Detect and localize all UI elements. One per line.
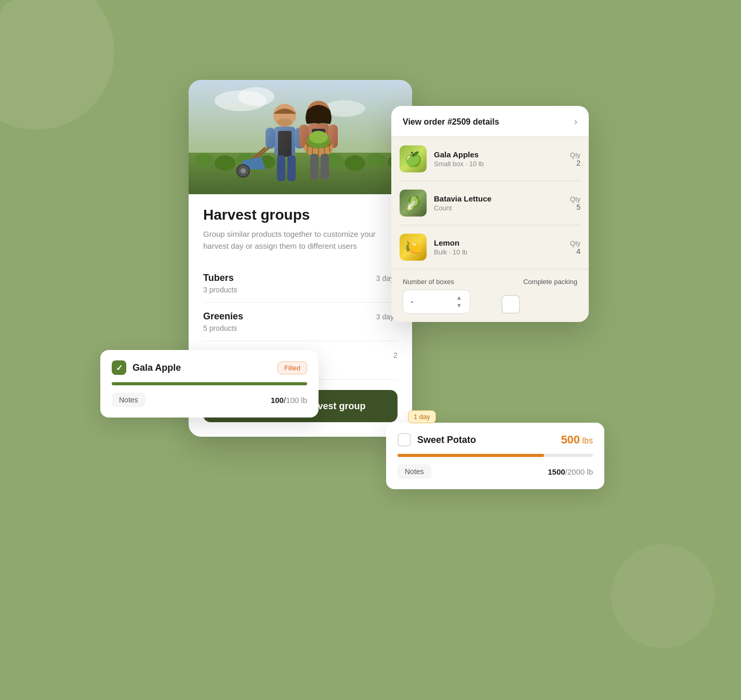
order-items-list: 🍏 Gala Apples Small box · 10 lb Qty 2 🥬 … — [391, 137, 589, 269]
svg-point-38 — [309, 131, 328, 143]
sp-qty-unit: lbs — [583, 436, 593, 445]
harvest-group-tubers[interactable]: Tubers 3 days 3 products — [203, 264, 398, 303]
sweet-potato-name: Sweet Potato — [417, 435, 554, 446]
boxes-value: - — [411, 297, 413, 306]
gala-checkbox[interactable]: ✓ — [112, 360, 126, 375]
svg-point-11 — [366, 153, 385, 168]
sp-qty-value: 500 — [561, 433, 580, 446]
svg-point-10 — [345, 155, 365, 171]
svg-point-5 — [195, 153, 214, 168]
sweet-potato-progress-bar — [398, 454, 593, 457]
svg-point-2 — [238, 87, 274, 106]
item-thumbnail-apples: 🍏 — [400, 145, 427, 172]
sweet-potato-progress-fill — [398, 454, 544, 457]
harvest-card-image — [189, 80, 412, 194]
sweet-potato-checkbox[interactable] — [398, 433, 411, 447]
gala-progress-bar — [112, 382, 307, 385]
sweet-potato-quantity: 500 lbs — [561, 433, 593, 447]
group-products-tubers: 3 products — [203, 286, 398, 294]
checkmark-icon: ✓ — [116, 363, 123, 373]
item-qty-lettuce: Qty 5 — [570, 195, 580, 211]
gala-progress-fill — [112, 382, 307, 385]
qty-value-apples: 2 — [570, 159, 580, 167]
gala-apple-card: ✓ Gala Apple Filled Notes 100/100 lb — [100, 350, 319, 418]
item-sub-apples: Small box · 10 lb — [434, 160, 563, 168]
harvest-description: Group similar products together to custo… — [203, 228, 398, 252]
order-item-lemon: 🍋 Lemon Bulk · 10 lb Qty 4 — [400, 225, 580, 269]
harvest-title: Harvest groups — [203, 207, 398, 223]
harvest-group-greenies[interactable]: Greenies 3 days 5 products — [203, 303, 398, 341]
item-name-lemon: Lemon — [434, 238, 563, 247]
filled-badge: Filled — [277, 361, 307, 374]
sweet-potato-footer: Notes 1500/2000 lb — [398, 464, 593, 479]
sweet-potato-header: Sweet Potato 500 lbs — [398, 433, 593, 447]
item-qty-lemon: Qty 4 — [570, 239, 580, 255]
gala-qty-total: 100 lb — [286, 396, 307, 405]
item-info-lettuce: Batavia Lettuce Count — [434, 194, 563, 212]
svg-rect-39 — [310, 154, 319, 180]
qty-label-lemon: Qty — [570, 239, 580, 247]
svg-point-6 — [215, 155, 235, 171]
svg-point-14 — [277, 118, 292, 127]
gala-notes-button[interactable]: Notes — [112, 393, 145, 407]
group-name-tubers: Tubers — [203, 273, 234, 284]
gala-header: ✓ Gala Apple Filled — [112, 360, 307, 375]
qty-value-lettuce: 5 — [570, 203, 580, 211]
day-badge: 1 day — [408, 410, 436, 423]
sp-total-qty: 2000 lb — [567, 467, 593, 476]
group-name-greenies: Greenies — [203, 311, 243, 322]
sweet-potato-qty-display: 1500/2000 lb — [548, 467, 593, 476]
svg-rect-20 — [287, 155, 296, 181]
order-title: View order #2509 details — [403, 117, 499, 127]
qty-label-apples: Qty — [570, 151, 580, 159]
order-header[interactable]: View order #2509 details › — [391, 106, 589, 137]
item-qty-apples: Qty 2 — [570, 151, 580, 167]
order-item-lettuce: 🥬 Batavia Lettuce Count Qty 5 — [400, 181, 580, 225]
gala-qty-current: 100 — [271, 396, 284, 405]
item-name-lettuce: Batavia Lettuce — [434, 194, 563, 203]
item-sub-lettuce: Count — [434, 204, 563, 212]
apple-emoji: 🍏 — [400, 145, 427, 172]
gala-quantity: 100/100 lb — [271, 396, 307, 405]
group-days-mushrooms: 2 — [393, 351, 398, 359]
boxes-arrows: ▲ ▼ — [456, 294, 462, 309]
item-info-apples: Gala Apples Small box · 10 lb — [434, 150, 563, 168]
item-thumbnail-lettuce: 🥬 — [400, 190, 427, 217]
sweet-potato-card: Sweet Potato 500 lbs Notes 1500/2000 lb — [386, 423, 604, 489]
qty-label-lettuce: Qty — [570, 195, 580, 203]
svg-rect-40 — [321, 154, 329, 180]
item-thumbnail-lemon: 🍋 — [400, 234, 427, 261]
item-info-lemon: Lemon Bulk · 10 lb — [434, 238, 563, 256]
gala-footer: Notes 100/100 lb — [112, 393, 307, 407]
group-products-greenies: 5 products — [203, 324, 398, 332]
gala-apple-name: Gala Apple — [133, 362, 271, 373]
qty-value-lemon: 4 — [570, 247, 580, 255]
order-footer: Number of boxes Complete packing - ▲ ▼ — [391, 269, 589, 322]
item-name-apples: Gala Apples — [434, 150, 563, 159]
lemon-emoji: 🍋 — [400, 234, 427, 261]
complete-packing-checkbox[interactable] — [501, 295, 520, 314]
sp-current-qty: 1500 — [548, 467, 565, 476]
svg-rect-19 — [277, 155, 285, 181]
boxes-decrement[interactable]: ▼ — [456, 302, 462, 309]
item-sub-lemon: Bulk · 10 lb — [434, 248, 563, 256]
order-item-apples: 🍏 Gala Apples Small box · 10 lb Qty 2 — [400, 137, 580, 181]
lettuce-emoji: 🥬 — [400, 190, 427, 217]
svg-point-24 — [241, 168, 246, 173]
boxes-input-container[interactable]: - ▲ ▼ — [403, 290, 470, 314]
order-details-card: View order #2509 details › 🍏 Gala Apples… — [391, 106, 589, 322]
num-boxes-label: Number of boxes — [403, 278, 454, 286]
sweet-potato-notes-button[interactable]: Notes — [398, 464, 431, 479]
svg-rect-17 — [266, 128, 275, 149]
complete-packing-label: Complete packing — [523, 278, 577, 286]
boxes-increment[interactable]: ▲ — [456, 294, 462, 301]
chevron-right-icon: › — [574, 116, 577, 127]
svg-rect-16 — [278, 131, 292, 157]
